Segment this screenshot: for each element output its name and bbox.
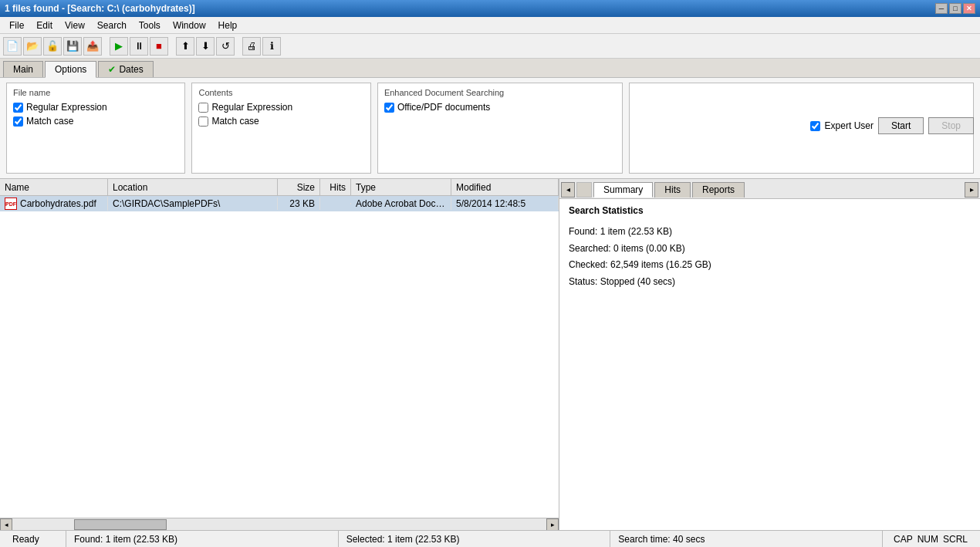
file-panel: Name Location Size Hits Type Modified PD… <box>0 179 559 530</box>
cell-type: Adobe Acrobat Docume... <box>351 198 451 210</box>
menu-file[interactable]: File <box>3 19 30 32</box>
play-button[interactable]: ▶ <box>110 37 128 56</box>
print-button[interactable]: 🖨 <box>242 37 261 56</box>
scroll-left-button[interactable]: ◂ <box>0 518 12 531</box>
file-list-area: Name Location Size Hits Type Modified PD… <box>0 179 980 530</box>
col-name-header[interactable]: Name <box>0 179 108 195</box>
toolbar: 📄 📂 🔓 💾 📤 ▶ ⏸ ■ ⬆ ⬇ ↺ 🖨 ℹ <box>0 34 980 59</box>
contents-regex-checkbox[interactable] <box>198 103 208 113</box>
window-controls: ─ □ ✕ <box>935 3 975 14</box>
file-name-match-checkbox[interactable] <box>13 116 23 127</box>
stat-found: Found: 1 item (22.53 KB) <box>569 224 971 241</box>
status-selected: Selected: 1 item (22.53 KB) <box>339 531 611 547</box>
summary-panel: ◂ Summary Hits Reports ▸ Search Statisti… <box>559 179 980 530</box>
expert-user-checkbox[interactable] <box>810 121 820 131</box>
enhanced-title: Enhanced Document Searching <box>384 88 616 97</box>
open-secure-button[interactable]: 🔓 <box>43 37 62 56</box>
contents-section: Contents Regular Expression Match case <box>191 83 370 174</box>
horizontal-scrollbar[interactable]: ◂ ▸ <box>0 518 559 530</box>
menu-view[interactable]: View <box>59 19 91 32</box>
save-button[interactable]: 💾 <box>63 37 82 56</box>
contents-match-label: Match case <box>211 116 259 127</box>
tab-dates[interactable]: ✔ Dates <box>98 61 153 77</box>
status-time: Search time: 40 secs <box>610 531 883 547</box>
stop-button[interactable]: Stop <box>928 117 974 134</box>
menu-edit[interactable]: Edit <box>30 19 59 32</box>
cell-filename: PDF Carbohydrates.pdf <box>0 197 108 211</box>
stop-button[interactable]: ■ <box>150 37 168 56</box>
file-name-regex-row: Regular Expression <box>13 102 178 113</box>
cell-hits <box>320 203 351 204</box>
window-title: 1 files found - [Search: C:\ (carbohydra… <box>5 3 195 14</box>
summary-next-button[interactable]: ▸ <box>965 182 978 198</box>
file-name-match-row: Match case <box>13 116 178 127</box>
maximize-button[interactable]: □ <box>949 3 961 14</box>
cap-indicator: CAP <box>894 534 913 545</box>
menu-window[interactable]: Window <box>167 19 212 32</box>
summary-tabs: ◂ Summary Hits Reports ▸ <box>559 179 980 199</box>
tabs-row: Main Options ✔ Dates <box>0 59 980 78</box>
summary-expand-button[interactable] <box>576 182 592 198</box>
summary-content: Search Statistics Found: 1 item (22.53 K… <box>559 199 980 530</box>
menu-help[interactable]: Help <box>212 19 244 32</box>
col-location-header[interactable]: Location <box>108 179 278 195</box>
tab-summary[interactable]: Summary <box>593 182 653 198</box>
table-row[interactable]: PDF Carbohydrates.pdf C:\GIRDAC\SamplePD… <box>0 196 559 211</box>
new-button[interactable]: 📄 <box>3 37 22 56</box>
scroll-right-button[interactable]: ▸ <box>546 518 559 531</box>
list-header: Name Location Size Hits Type Modified <box>0 179 559 196</box>
num-indicator: NUM <box>917 534 938 545</box>
stat-searched: Searched: 0 items (0.00 KB) <box>569 241 971 258</box>
scroll-thumb[interactable] <box>74 519 167 530</box>
expert-user-label: Expert User <box>825 120 874 131</box>
col-size-header[interactable]: Size <box>278 179 320 195</box>
enhanced-office-checkbox[interactable] <box>384 103 394 113</box>
nav-down-button[interactable]: ⬇ <box>196 37 215 56</box>
expert-controls: Expert User Start Stop <box>810 117 974 134</box>
enhanced-office-row: Office/PDF documents <box>384 102 616 113</box>
col-modified-header[interactable]: Modified <box>451 179 559 195</box>
nav-up-button[interactable]: ⬆ <box>176 37 194 56</box>
stat-checked: Checked: 62,549 items (16.25 GB) <box>569 257 971 274</box>
contents-regex-label: Regular Expression <box>211 102 292 113</box>
close-button[interactable]: ✕ <box>963 3 975 14</box>
file-name-title: File name <box>13 88 178 97</box>
start-button[interactable]: Start <box>878 117 924 134</box>
tab-hits[interactable]: Hits <box>654 182 691 198</box>
cell-modified: 5/8/2014 12:48:5 <box>451 198 559 210</box>
cell-size: 23 KB <box>278 198 320 210</box>
tab-options[interactable]: Options <box>45 61 96 78</box>
stat-status: Status: Stopped (40 secs) <box>569 274 971 291</box>
minimize-button[interactable]: ─ <box>935 3 948 14</box>
contents-match-checkbox[interactable] <box>198 116 208 127</box>
col-hits-header[interactable]: Hits <box>320 179 351 195</box>
refresh-button[interactable]: ↺ <box>216 37 235 56</box>
pause-button[interactable]: ⏸ <box>130 37 148 56</box>
tab-reports[interactable]: Reports <box>692 182 745 198</box>
scrl-indicator: SCRL <box>943 534 968 545</box>
export-button[interactable]: 📤 <box>83 37 102 56</box>
info-button[interactable]: ℹ <box>262 37 281 56</box>
menu-tools[interactable]: Tools <box>133 19 167 32</box>
dates-tick-icon: ✔ <box>108 64 116 75</box>
contents-match-row: Match case <box>198 116 363 127</box>
cell-location: C:\GIRDAC\SamplePDFs\ <box>108 198 278 210</box>
menu-search[interactable]: Search <box>91 19 133 32</box>
enhanced-office-label: Office/PDF documents <box>397 102 491 113</box>
scroll-track[interactable] <box>12 518 546 530</box>
file-name-regex-checkbox[interactable] <box>13 103 23 113</box>
pdf-icon: PDF <box>5 198 17 210</box>
status-found: Found: 1 item (22.53 KB) <box>66 531 339 547</box>
contents-title: Contents <box>198 88 363 97</box>
col-type-header[interactable]: Type <box>351 179 451 195</box>
contents-regex-row: Regular Expression <box>198 102 363 113</box>
summary-prev-button[interactable]: ◂ <box>561 182 575 198</box>
file-rows: PDF Carbohydrates.pdf C:\GIRDAC\SamplePD… <box>0 196 559 518</box>
open-button[interactable]: 📂 <box>23 37 42 56</box>
status-indicators: CAP NUM SCRL <box>883 531 975 547</box>
file-name-section: File name Regular Expression Match case <box>6 83 185 174</box>
status-bar: Ready Found: 1 item (22.53 KB) Selected:… <box>0 530 980 547</box>
file-name-match-label: Match case <box>26 116 73 127</box>
tab-main[interactable]: Main <box>3 61 43 77</box>
summary-stats: Found: 1 item (22.53 KB) Searched: 0 ite… <box>569 224 971 290</box>
